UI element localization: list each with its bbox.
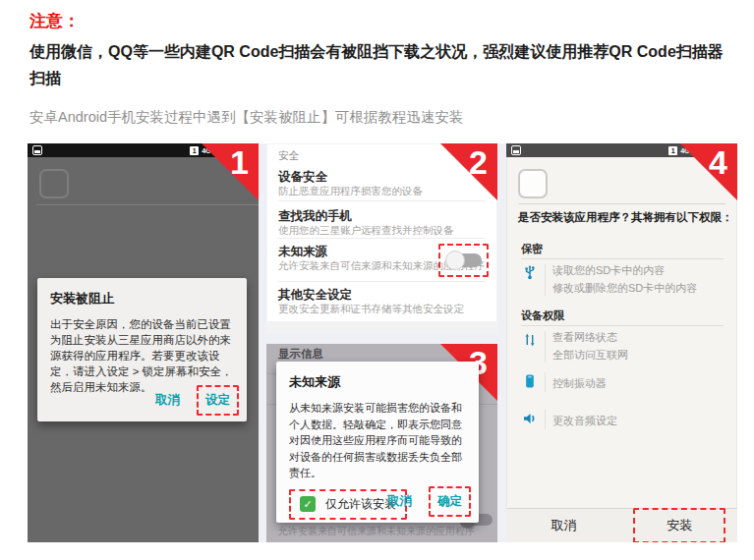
settings-button-callout: 设定 [197,385,239,416]
usb-icon [522,264,538,280]
ok-button[interactable]: 确定 [431,488,469,515]
app-icon-placeholder [518,169,548,198]
dialog-body: 从未知来源安装可能损害您的设备和个人数据。轻敲确定，即表示您同意对因使用这些应用… [289,400,466,481]
cancel-button[interactable]: 取消 [551,517,577,534]
setting-find-my-phone-subtitle: 使用您的三星账户远程查找并控制设备 [278,224,454,238]
notice-heading: 注意： [29,10,80,32]
setting-device-security-subtitle: 防止恶意应用程序损害您的设备 [278,185,423,198]
install-blocked-dialog: 安装被阻止 出于安全原因，您的设备当前已设置为阻止安装从三星应用商店以外的来源获… [37,278,247,421]
step-number: 1 [230,143,249,182]
sd-card-notification-icon [511,145,521,155]
permission-full-internet: 全部访问互联网 [552,348,628,363]
cancel-button[interactable]: 取消 [148,387,187,414]
setting-other-security-title[interactable]: 其他安全设定 [278,287,352,304]
list-footer-strip [266,321,497,334]
divider [278,281,486,282]
step-number: 4 [709,143,727,182]
permission-view-network: 查看网络状态 [552,330,617,345]
sd-card-notification-icon [32,145,42,155]
step-number: 2 [469,143,488,182]
unknown-sources-dialog: 未知来源 从未知来源安装可能损害您的设备和个人数据。轻敲确定，即表示您同意对因使… [276,362,479,523]
divider [545,372,546,392]
install-question: 是否安装该应用程序？其将拥有以下权限： [518,210,733,225]
audio-settings-icon [522,411,538,426]
tutorial-page: 注意： 使用微信，QQ等一些内建QR Code扫描会有被阻挡下载之状况，强烈建议… [0,0,754,560]
install-button-callout: 安装 [633,508,725,542]
install-button-bar: 取消 安装 [506,508,737,542]
divider [36,204,259,205]
unknown-sources-toggle[interactable] [445,251,482,270]
setting-other-security-subtitle: 更改安全更新和证书存储等其他安全设定 [278,303,464,316]
setting-find-my-phone-title[interactable]: 查找我的手机 [278,208,352,225]
permission-modify-sd: 修改或删除您的SD卡中的内容 [552,281,697,296]
setting-unknown-sources-title[interactable]: 未知来源 [278,244,327,260]
allow-once-checkbox[interactable]: ✓ [300,496,316,512]
setting-device-security-title[interactable]: 设备安全 [278,169,327,186]
settings-button[interactable]: 设定 [199,387,237,414]
warning-text: 使用微信，QQ等一些内建QR Code扫描会有被阻挡下载之状况，强烈建议使用推荐… [29,38,733,91]
install-button[interactable]: 安装 [667,517,692,534]
app-icon-placeholder [39,169,69,198]
screenshot-step-3: 显示信息 在 安 设 安 设 防 查 使 未 允许安装来自可信来源和未知来源的应… [266,344,497,542]
dim-row-sub: 允许安装来自可信来源和未知来源的应用程序 [278,525,475,538]
privacy-section-header: 保密 [521,242,543,256]
screenshot-step-2: 安全 设备安全 防止恶意应用程序损害您的设备 查找我的手机 使用您的三星账户远程… [266,143,497,334]
ok-button-callout: 确定 [429,486,471,517]
unknown-sources-toggle-callout [438,244,489,277]
network-arrows-icon [522,332,538,348]
subtitle-text: 安卓Android手机安装过程中遇到【安装被阻止】可根据教程迅速安装 [29,108,463,127]
screenshot-step-4: 1 4G 7 是否安装该应用程序？其将拥有以下权限： 保密 [506,143,737,542]
divider [545,410,546,429]
dialog-title: 未知来源 [289,373,466,391]
vibration-icon [522,373,538,389]
divider [521,258,724,259]
divider [545,264,546,296]
dim-row-display-info: 显示信息 [278,347,323,362]
cancel-button[interactable]: 取消 [380,488,419,515]
screenshot-step-1: 1 4G 7 安装被阻止 出于安全原因，您的设备当前已设置为阻止安装从三星应用商… [28,143,259,542]
notification-count-badge: 1 [668,146,677,155]
notification-count-badge: 1 [190,146,199,155]
divider [278,238,486,239]
toggle-knob [445,251,465,270]
permission-change-audio: 更改音频设定 [552,414,617,428]
permission-control-vibrator: 控制振动器 [552,376,607,391]
divider [545,331,546,363]
dialog-body: 出于安全原因，您的设备当前已设置为阻止安装从三星应用商店以外的来源获得的应用程序… [50,316,234,395]
permission-read-sd: 读取您的SD卡中的内容 [552,263,665,278]
device-permissions-section-header: 设备权限 [521,308,564,323]
divider [278,200,486,201]
screenshot-strip: 1 4G 7 安装被阻止 出于安全原因，您的设备当前已设置为阻止安装从三星应用商… [28,143,737,542]
security-settings-title: 安全 [278,149,299,163]
divider [521,325,724,326]
dialog-title: 安装被阻止 [50,290,234,308]
divider [518,203,725,204]
